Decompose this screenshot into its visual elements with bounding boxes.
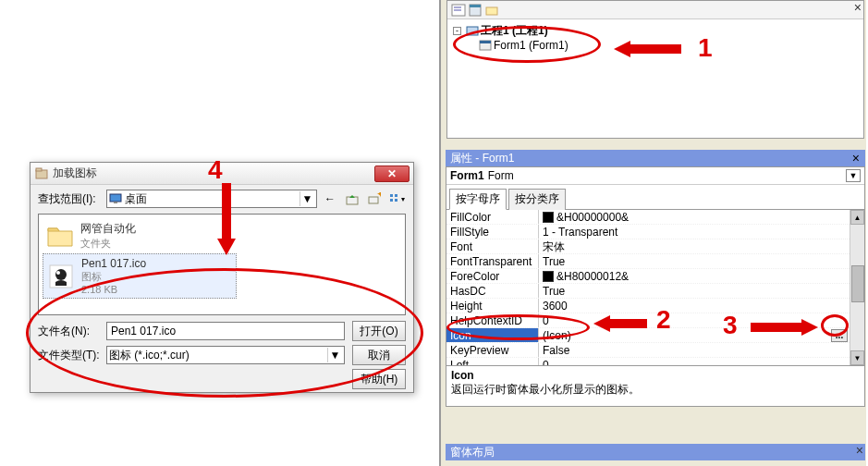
desc-text: 返回运行时窗体最小化所显示的图标。: [451, 383, 640, 396]
property-value[interactable]: 1 - Transparent: [539, 225, 850, 239]
svg-rect-20: [467, 27, 478, 35]
file-name: Pen1 017.ico: [81, 257, 146, 270]
tab-categorized[interactable]: 按分类序: [508, 189, 566, 210]
svg-text:✦: ✦: [376, 192, 381, 201]
view-object-icon[interactable]: [468, 3, 483, 18]
svg-rect-1: [36, 168, 42, 171]
panel-close-button[interactable]: ×: [854, 0, 862, 15]
open-button[interactable]: 打开(O): [352, 321, 406, 341]
file-size: 2.18 KB: [81, 284, 146, 295]
color-swatch: [543, 271, 554, 282]
property-name: FillColor: [446, 210, 539, 224]
tab-alphabetic[interactable]: 按字母序: [449, 189, 507, 210]
property-row[interactable]: FillStyle1 - Transparent: [446, 225, 850, 239]
svg-point-12: [55, 269, 67, 280]
svg-rect-3: [114, 202, 117, 203]
folder-name: 网管自动化: [80, 221, 136, 237]
ellipsis-button[interactable]: ...: [831, 329, 848, 342]
properties-title: 属性 - Form1: [450, 151, 514, 166]
property-row[interactable]: Font宋体: [446, 239, 850, 254]
dialog-close-button[interactable]: ✕: [374, 166, 410, 182]
tree-root[interactable]: - 工程1 (工程1): [453, 23, 858, 38]
svg-rect-18: [470, 5, 481, 7]
property-value[interactable]: 宋体: [539, 239, 850, 253]
property-value[interactable]: 3600: [539, 299, 850, 313]
svg-rect-2: [110, 194, 121, 202]
project-explorer-panel: × - 工程1 (工程1) Form1 (Form1): [446, 0, 864, 139]
property-row[interactable]: KeyPreviewFalse: [446, 343, 850, 358]
property-name: KeyPreview: [446, 343, 539, 357]
dropdown-icon[interactable]: ▼: [300, 191, 314, 206]
dropdown-icon[interactable]: ▼: [327, 348, 342, 362]
svg-rect-10: [395, 199, 397, 202]
property-row[interactable]: FontTransparentTrue: [446, 254, 850, 269]
annotation-arrow-4: [222, 183, 231, 239]
new-folder-icon: ✦: [368, 192, 381, 205]
form-layout-title: 窗体布局: [450, 445, 495, 460]
form-icon: [479, 39, 492, 52]
scroll-thumb[interactable]: [851, 265, 864, 302]
svg-point-13: [56, 271, 60, 275]
filename-input[interactable]: [106, 322, 345, 340]
filename-label: 文件名(N):: [38, 324, 103, 339]
object-name: Form1: [450, 169, 484, 182]
properties-titlebar[interactable]: 属性 - Form1 ×: [446, 150, 865, 166]
dialog-title: 加载图标: [53, 166, 374, 181]
svg-rect-19: [486, 7, 497, 15]
dialog-icon: [34, 166, 49, 181]
ico-file-icon: [46, 262, 76, 291]
property-value[interactable]: False: [539, 343, 850, 357]
svg-rect-4: [347, 197, 358, 204]
back-button[interactable]: ←: [321, 190, 339, 208]
look-in-label: 查找范围(I):: [38, 191, 103, 207]
property-value[interactable]: 0: [539, 358, 850, 365]
property-name: Font: [446, 239, 539, 253]
scroll-down-button[interactable]: ▼: [850, 350, 864, 365]
view-menu-button[interactable]: ▾: [387, 190, 406, 208]
property-row[interactable]: Left0: [446, 358, 850, 365]
scrollbar[interactable]: ▲ ▼: [850, 210, 864, 365]
up-folder-button[interactable]: [343, 190, 361, 208]
property-value[interactable]: True: [539, 284, 850, 298]
toggle-folders-icon[interactable]: [484, 3, 499, 18]
property-value[interactable]: &H80000012&: [539, 269, 850, 283]
folder-type: 文件夹: [80, 237, 136, 251]
look-in-combo[interactable]: 桌面 ▼: [106, 190, 317, 208]
property-name: HasDC: [446, 284, 539, 298]
dropdown-icon[interactable]: ▼: [846, 169, 861, 182]
new-folder-button[interactable]: ✦: [365, 190, 384, 208]
annotation-arrow-3: [751, 323, 801, 332]
file-item-selected[interactable]: Pen1 017.ico 图标 2.18 KB: [43, 253, 237, 299]
property-description: Icon 返回运行时窗体最小化所显示的图标。: [446, 365, 864, 406]
object-combo[interactable]: Form1 Form ▼: [446, 167, 864, 185]
svg-rect-7: [390, 194, 393, 197]
property-name: Icon: [446, 328, 539, 342]
view-code-icon[interactable]: [451, 3, 466, 18]
property-name: ForeColor: [446, 269, 539, 283]
tree-root-label: 工程1 (工程1): [481, 23, 548, 38]
property-row[interactable]: HasDCTrue: [446, 284, 850, 299]
dialog-titlebar[interactable]: 加载图标 ✕: [31, 163, 413, 185]
view-icon: [388, 192, 401, 205]
file-type: 图标: [81, 270, 146, 284]
scroll-up-button[interactable]: ▲: [850, 210, 864, 225]
property-name: HelpContextID: [446, 313, 539, 327]
properties-panel: Form1 Form ▼ 按字母序 按分类序 FillColor&H000000…: [446, 166, 865, 407]
cancel-button[interactable]: 取消: [352, 345, 406, 365]
property-row[interactable]: ForeColor&H80000012&: [446, 269, 850, 284]
filetype-combo[interactable]: 图标 (*.ico;*.cur) ▼: [106, 346, 345, 364]
property-name: Height: [446, 299, 539, 313]
desc-name: Icon: [451, 369, 860, 382]
property-value[interactable]: &H00000000&: [539, 210, 850, 224]
panel-close-button[interactable]: ×: [852, 151, 860, 166]
property-row[interactable]: FillColor&H00000000&: [446, 210, 850, 225]
help-button[interactable]: 帮助(H): [352, 369, 406, 389]
form-layout-titlebar[interactable]: 窗体布局 ×: [446, 444, 865, 460]
svg-rect-22: [480, 41, 491, 43]
property-value[interactable]: True: [539, 254, 850, 268]
tree-expand-icon[interactable]: -: [453, 27, 461, 35]
annotation-arrow-1: [630, 44, 681, 54]
property-row[interactable]: Height3600: [446, 299, 850, 313]
panel-close-button[interactable]: ×: [856, 443, 863, 458]
property-grid[interactable]: FillColor&H00000000&FillStyle1 - Transpa…: [446, 210, 850, 365]
